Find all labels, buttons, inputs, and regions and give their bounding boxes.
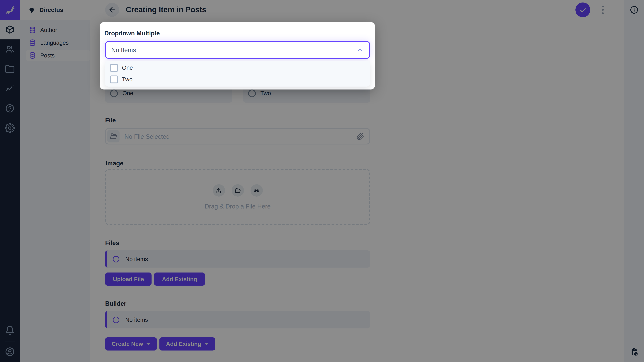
chevron-up-icon xyxy=(356,46,364,54)
menu-item-label: Two xyxy=(122,76,132,82)
menu-item-two[interactable]: Two xyxy=(105,73,370,85)
dropdown-field-label: Dropdown Multiple xyxy=(104,29,160,36)
dropdown-menu: One Two xyxy=(105,61,370,86)
checkbox-icon[interactable] xyxy=(110,75,118,83)
checkbox-icon[interactable] xyxy=(110,64,118,72)
dropdown-multiple-select[interactable]: No Items xyxy=(105,41,370,59)
menu-item-label: One xyxy=(122,64,133,71)
select-value: No Items xyxy=(111,46,136,53)
menu-item-one[interactable]: One xyxy=(105,62,370,73)
screen: Directus Creating Item in Posts xyxy=(0,0,644,362)
directus-app: Directus Creating Item in Posts xyxy=(0,0,644,362)
dropdown-multiple-popover: Dropdown Multiple No Items One Two xyxy=(100,22,375,89)
